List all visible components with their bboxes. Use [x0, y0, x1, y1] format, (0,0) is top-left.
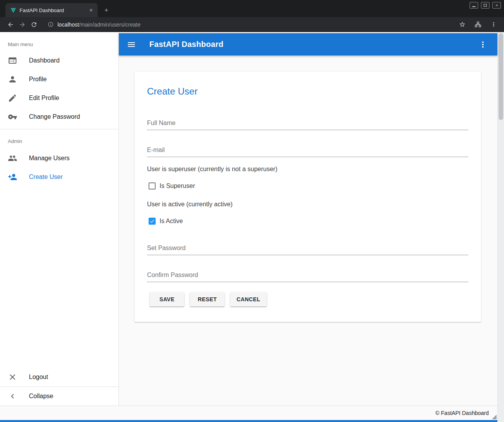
sidebar-item-label: Create User — [29, 173, 63, 181]
dashboard-icon — [8, 56, 17, 65]
sidebar-divider — [0, 129, 118, 129]
kebab-menu-icon[interactable] — [478, 40, 488, 49]
scrollbar-thumb[interactable] — [499, 33, 503, 120]
sidebar-item-dashboard[interactable]: Dashboard — [0, 51, 118, 70]
create-user-card: Create User User is superuser (currently… — [135, 72, 481, 322]
email-field-wrap — [147, 144, 468, 157]
sidebar-item-label: Profile — [29, 76, 47, 83]
minimize-icon — [472, 6, 475, 7]
sidebar-section-admin: Admin — [8, 138, 118, 144]
key-icon — [8, 112, 17, 122]
url-host: localhost — [57, 21, 79, 28]
tab-title: FastAPI Dashboard — [20, 7, 84, 13]
main-area: FastAPI Dashboard Create User — [119, 32, 497, 406]
new-tab-button[interactable] — [101, 5, 112, 16]
reload-icon — [30, 21, 38, 28]
sidebar-item-manage-users[interactable]: Manage Users — [0, 149, 118, 168]
sitemap-extension-icon[interactable] — [472, 19, 484, 30]
close-window-button[interactable] — [492, 2, 501, 9]
footer-copyright: © FastAPI Dashboard — [436, 410, 489, 416]
cancel-button[interactable]: CANCEL — [230, 292, 267, 306]
page-viewport: Main menu Dashboard Profile — [0, 32, 504, 422]
toolbar-right-icons — [456, 19, 499, 30]
address-bar[interactable]: localhost/main/admin/users/create — [44, 19, 452, 30]
hamburger-menu-icon[interactable] — [127, 40, 136, 49]
sidebar-section-main-menu: Main menu — [8, 41, 118, 47]
chevron-left-icon — [8, 392, 17, 401]
check-icon — [149, 218, 155, 224]
sidebar-item-label: Logout — [29, 374, 48, 381]
active-hint-text: User is active (currently active) — [147, 201, 468, 208]
set-password-field-wrap — [147, 242, 468, 255]
minimize-button[interactable] — [470, 2, 478, 9]
footer-accent-strip — [0, 420, 497, 422]
page-scrollbar[interactable] — [497, 32, 504, 422]
sidebar-item-label: Edit Profile — [29, 95, 59, 102]
browser-toolbar: localhost/main/admin/users/create — [0, 17, 504, 32]
superuser-checkbox[interactable] — [149, 182, 156, 190]
logout-x-icon — [8, 372, 17, 382]
browser-window: FastAPI Dashboard — [0, 0, 504, 422]
sidebar-item-logout[interactable]: Logout — [0, 368, 118, 386]
confirm-password-input[interactable] — [147, 269, 468, 282]
reload-button[interactable] — [28, 19, 40, 30]
save-button[interactable]: SAVE — [150, 292, 184, 306]
email-input[interactable] — [147, 144, 468, 157]
resize-grip[interactable] — [492, 415, 497, 419]
sidebar-item-label: Manage Users — [29, 155, 70, 162]
form-buttons-row: SAVE RESET CANCEL — [147, 292, 468, 306]
tab-close-icon[interactable] — [88, 7, 95, 14]
page-footer: © FastAPI Dashboard — [0, 406, 497, 420]
superuser-hint-text: User is superuser (currently is not a su… — [147, 166, 468, 173]
maximize-icon — [484, 4, 487, 7]
vuetify-v-favicon — [10, 7, 16, 13]
people-icon — [8, 154, 17, 163]
browser-titlebar: FastAPI Dashboard — [0, 0, 504, 17]
sidebar-item-label: Change Password — [29, 113, 80, 120]
active-checkbox[interactable] — [149, 218, 156, 225]
browser-menu-icon[interactable] — [488, 19, 499, 30]
person-add-icon — [8, 172, 17, 182]
sidebar-item-collapse[interactable]: Collapse — [0, 387, 118, 406]
sidebar-bottom: Logout Collapse — [0, 368, 118, 406]
superuser-checkbox-row[interactable]: Is Superuser — [147, 178, 468, 194]
sidebar-item-label: Dashboard — [29, 57, 59, 64]
superuser-checkbox-label: Is Superuser — [160, 182, 195, 190]
sidebar-item-change-password[interactable]: Change Password — [0, 107, 118, 126]
full-name-input[interactable] — [147, 117, 468, 130]
forward-icon — [19, 21, 26, 28]
sidebar-item-label: Collapse — [29, 393, 53, 400]
full-name-field-wrap — [147, 117, 468, 130]
active-checkbox-row[interactable]: Is Active — [147, 213, 468, 229]
sidebar-item-edit-profile[interactable]: Edit Profile — [0, 89, 118, 107]
set-password-input[interactable] — [147, 242, 468, 255]
back-button[interactable] — [5, 19, 16, 30]
browser-tab[interactable]: FastAPI Dashboard — [5, 3, 98, 17]
sidebar: Main menu Dashboard Profile — [0, 32, 119, 406]
active-checkbox-label: Is Active — [160, 218, 183, 225]
window-controls — [470, 2, 501, 9]
pencil-icon — [8, 93, 17, 103]
bookmark-star-icon[interactable] — [456, 19, 468, 30]
url-text: localhost/main/admin/users/create — [57, 21, 140, 28]
maximize-button[interactable] — [481, 2, 490, 9]
back-icon — [7, 21, 14, 28]
appbar-title: FastAPI Dashboard — [149, 40, 478, 49]
appbar: FastAPI Dashboard — [119, 33, 497, 55]
page-content: Create User User is superuser (currently… — [119, 55, 497, 406]
page-title: Create User — [147, 86, 468, 97]
forward-button[interactable] — [16, 19, 28, 30]
person-icon — [8, 75, 17, 84]
sidebar-item-profile[interactable]: Profile — [0, 70, 118, 89]
sidebar-item-create-user[interactable]: Create User — [0, 168, 118, 186]
confirm-password-field-wrap — [147, 269, 468, 282]
close-window-icon — [495, 4, 499, 7]
url-path: /main/admin/users/create — [79, 21, 140, 28]
page-info-icon[interactable] — [48, 21, 54, 27]
reset-button[interactable]: RESET — [190, 292, 224, 306]
